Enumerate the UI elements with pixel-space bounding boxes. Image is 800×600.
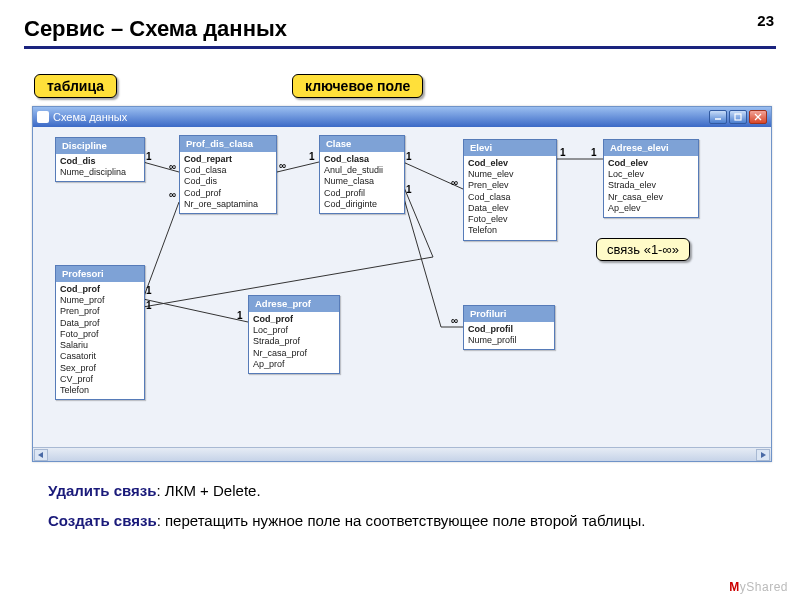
field: Ap_elev [608,203,694,214]
window-title: Схема данных [53,111,709,123]
field: Strada_prof [253,336,335,347]
field: Nume_clasa [324,176,400,187]
field: Anul_de_studii [324,165,400,176]
field: Nume_disciplina [60,167,140,178]
field: Nume_prof [60,295,140,306]
svg-rect-1 [735,114,741,120]
field: Strada_elev [608,180,694,191]
key-field: Cod_prof [253,314,335,325]
scroll-right-button[interactable] [756,449,770,461]
horizontal-scrollbar[interactable] [33,447,771,461]
field: Foto_elev [468,214,552,225]
svg-marker-4 [38,452,43,458]
field: Sex_prof [60,363,140,374]
callout-table: таблица [34,74,117,98]
schema-window: Схема данных 1 ∞ 1 ∞ 1 1 ∞ 1 [32,106,772,462]
key-field: Cod_elev [468,158,552,169]
key-field: Cod_profil [468,324,550,335]
rel-many: ∞ [451,177,458,188]
rel-one: 1 [237,310,243,321]
field: Nume_elev [468,169,552,180]
rel-one: 1 [146,151,152,162]
field: Nume_profil [468,335,550,346]
rel-one: 1 [591,147,597,158]
key-field: Cod_dis [60,156,140,167]
field: Nr_casa_elev [608,192,694,203]
footer-text: Удалить связь: ЛКМ + Delete. Создать свя… [48,480,748,540]
watermark-logo: MyShared [729,580,788,594]
field: CV_prof [60,374,140,385]
table-adrese-prof[interactable]: Adrese_prof Cod_prof Loc_prof Strada_pro… [248,295,340,374]
rel-one: 1 [146,300,152,311]
field: Loc_elev [608,169,694,180]
close-button[interactable] [749,110,767,124]
table-header: Adrese_elevi [604,140,698,156]
field: Loc_prof [253,325,335,336]
field: Cod_dis [184,176,272,187]
rel-one: 1 [560,147,566,158]
field: Telefon [468,225,552,236]
field: Cod_prof [184,188,272,199]
field: Casatorit [60,351,140,362]
field: Telefon [60,385,140,396]
callout-keyfield: ключевое поле [292,74,423,98]
field: Salariu [60,340,140,351]
rel-one: 1 [309,151,315,162]
app-icon [37,111,49,123]
field: Pren_prof [60,306,140,317]
field: Cod_diriginte [324,199,400,210]
field: Nr_ore_saptamina [184,199,272,210]
maximize-button[interactable] [729,110,747,124]
field: Cod_clasa [468,192,552,203]
scroll-left-button[interactable] [34,449,48,461]
field: Foto_prof [60,329,140,340]
table-discipline[interactable]: Discipline Cod_dis Nume_disciplina [55,137,145,182]
title-rule [24,46,776,49]
svg-marker-5 [761,452,766,458]
window-titlebar: Схема данных [33,107,771,127]
field: Cod_clasa [184,165,272,176]
field: Nr_casa_prof [253,348,335,359]
rel-one: 1 [406,151,412,162]
field: Pren_elev [468,180,552,191]
table-header: Profesori [56,266,144,282]
table-elevi[interactable]: Elevi Cod_elev Nume_elev Pren_elev Cod_c… [463,139,557,241]
table-header: Adrese_prof [249,296,339,312]
key-field: Cod_repart [184,154,272,165]
key-field: Cod_clasa [324,154,400,165]
table-header: Clase [320,136,404,152]
field: Data_prof [60,318,140,329]
key-field: Cod_elev [608,158,694,169]
rel-many: ∞ [169,161,176,172]
table-header: Discipline [56,138,144,154]
table-adrese-elevi[interactable]: Adrese_elevi Cod_elev Loc_elev Strada_el… [603,139,699,218]
table-header: Profiluri [464,306,554,322]
table-profiluri[interactable]: Profiluri Cod_profil Nume_profil [463,305,555,350]
field: Ap_prof [253,359,335,370]
schema-canvas[interactable]: 1 ∞ 1 ∞ 1 1 ∞ 1 1 ∞ 1 ∞ 1 1 Discipline C… [33,127,771,461]
rel-many: ∞ [451,315,458,326]
rel-many: ∞ [169,189,176,200]
table-header: Elevi [464,140,556,156]
table-header: Prof_dis_clasa [180,136,276,152]
field: Data_elev [468,203,552,214]
table-profesori[interactable]: Profesori Cod_prof Nume_prof Pren_prof D… [55,265,145,400]
table-prof-dis-clasa[interactable]: Prof_dis_clasa Cod_repart Cod_clasa Cod_… [179,135,277,214]
key-field: Cod_prof [60,284,140,295]
table-clase[interactable]: Clase Cod_clasa Anul_de_studii Nume_clas… [319,135,405,214]
callout-link: связь «1-∞» [596,238,690,261]
page-number: 23 [757,12,774,29]
page-title: Сервис – Схема данных [24,16,776,42]
rel-one: 1 [146,285,152,296]
field: Cod_profil [324,188,400,199]
minimize-button[interactable] [709,110,727,124]
rel-many: ∞ [279,160,286,171]
rel-one: 1 [406,184,412,195]
